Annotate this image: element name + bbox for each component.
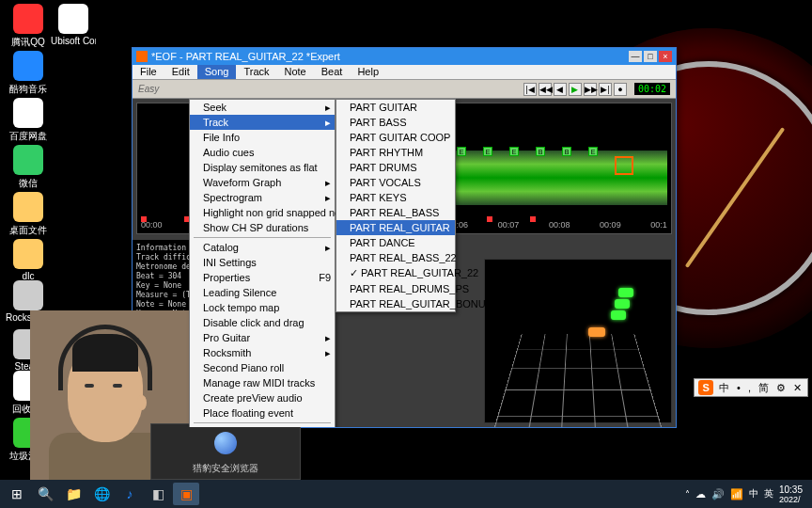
- menu-item[interactable]: File Info: [190, 130, 335, 145]
- selection-box[interactable]: [615, 156, 633, 175]
- menu-item[interactable]: Second Piano roll: [190, 360, 335, 375]
- menu-item[interactable]: INI Settings: [190, 255, 335, 270]
- app-icon: [13, 239, 43, 269]
- app-icon: [13, 51, 43, 81]
- menu-item-track[interactable]: PART KEYS: [336, 190, 455, 205]
- transport-button[interactable]: ◀: [554, 83, 567, 96]
- taskbar-app[interactable]: 📁: [60, 483, 86, 505]
- transport-button[interactable]: ◀◀: [539, 83, 552, 96]
- icon-label: 百度网盘: [6, 130, 51, 143]
- system-tray[interactable]: ˄☁🔊📶中英10:352022/: [685, 484, 808, 504]
- ime-button[interactable]: 中: [717, 381, 731, 395]
- menu-item[interactable]: Audio cues: [190, 145, 335, 160]
- ime-toolbar[interactable]: S 中•,简⚙✕: [694, 378, 808, 397]
- menu-item[interactable]: Pro Guitar▸: [190, 330, 335, 345]
- menu-item-track[interactable]: PART GUITAR COOP: [336, 130, 455, 145]
- menu-track[interactable]: Track: [236, 65, 276, 79]
- marker: B: [562, 147, 571, 156]
- ime-button[interactable]: ⚙: [774, 382, 788, 394]
- menu-item[interactable]: Show CH SP durations: [190, 220, 335, 235]
- clock[interactable]: 10:352022/: [779, 484, 803, 504]
- taskbar-app[interactable]: 🌐: [88, 483, 115, 505]
- song-menu-dropdown[interactable]: Seek▸Track▸File InfoAudio cuesDisplay se…: [189, 99, 336, 427]
- taskbar-app[interactable]: ◧: [145, 483, 171, 505]
- menu-item[interactable]: Seek▸: [190, 100, 335, 115]
- menu-item[interactable]: PropertiesF9: [190, 270, 335, 285]
- desktop-icon[interactable]: 微信: [6, 145, 51, 190]
- browser-label: 猎豹安全浏览器: [151, 462, 300, 475]
- menu-item[interactable]: Place floating event: [190, 405, 335, 421]
- maximize-button[interactable]: □: [644, 51, 657, 62]
- menu-item[interactable]: Rocksmith▸: [190, 345, 335, 360]
- menu-item-track[interactable]: PART DANCE: [336, 235, 455, 250]
- desktop-icon[interactable]: 桌面文件: [6, 192, 51, 237]
- transport-button[interactable]: ▶|: [599, 83, 612, 96]
- menu-beat[interactable]: Beat: [314, 65, 351, 79]
- transport-button[interactable]: |◀: [523, 83, 537, 96]
- menu-item-track[interactable]: ✓ PART REAL_GUITAR_22: [336, 265, 455, 281]
- tray-icon[interactable]: 🔊: [711, 488, 725, 500]
- menu-item-track[interactable]: PART DRUMS: [336, 160, 455, 175]
- guitar-highway[interactable]: [484, 259, 672, 423]
- desktop-icon[interactable]: dlc: [6, 239, 51, 281]
- menu-item-track[interactable]: PART BASS: [336, 115, 455, 130]
- note-green: [618, 288, 633, 297]
- menu-item[interactable]: Leading Silence: [190, 285, 335, 300]
- menu-item[interactable]: Lock tempo map: [190, 300, 335, 315]
- menu-item-track[interactable]: PART REAL_DRUMS_PS: [336, 281, 455, 296]
- close-button[interactable]: ×: [659, 51, 672, 62]
- taskbar-app[interactable]: 🔍: [32, 483, 58, 505]
- tray-lang[interactable]: 中: [749, 487, 758, 500]
- menu-item[interactable]: Waveform Graph▸: [190, 175, 335, 190]
- menu-edit[interactable]: Edit: [164, 65, 197, 79]
- transport-button[interactable]: ▶: [569, 83, 582, 96]
- window-titlebar[interactable]: *EOF - PART REAL_GUITAR_22 *Expert — □ ×: [133, 48, 676, 65]
- menu-item-track[interactable]: PART VOCALS: [336, 175, 455, 190]
- menu-item-track[interactable]: PART GUITAR: [336, 100, 455, 115]
- ime-button[interactable]: 简: [757, 381, 771, 395]
- menu-item[interactable]: Highlight non grid snapped notes: [190, 205, 335, 220]
- tray-overflow-icon[interactable]: ˄: [685, 489, 690, 500]
- desktop-icon[interactable]: 百度网盘: [6, 98, 51, 143]
- transport-button[interactable]: ●: [614, 83, 627, 96]
- transport-button[interactable]: ▶▶: [584, 83, 597, 96]
- menu-item[interactable]: TEst song: [190, 425, 335, 427]
- desktop-icon[interactable]: 酷狗音乐: [6, 51, 51, 96]
- menu-song[interactable]: Song: [197, 65, 237, 79]
- menu-note[interactable]: Note: [277, 65, 314, 79]
- menu-item[interactable]: Track▸: [190, 115, 335, 130]
- menu-item[interactable]: Create preView audio: [190, 390, 335, 405]
- toolbar: Easy |◀◀◀◀▶▶▶▶|● 00:02: [133, 80, 676, 99]
- desktop-icon[interactable]: 腾讯QQ: [6, 4, 51, 49]
- menu-item-track[interactable]: PART RHYTHM: [336, 145, 455, 160]
- menu-item-track[interactable]: PART REAL_GUITAR: [336, 220, 455, 235]
- window-title: *EOF - PART REAL_GUITAR_22 *Expert: [151, 51, 340, 62]
- menu-item[interactable]: Display semitones as flat: [190, 160, 335, 175]
- menu-item-track[interactable]: PART REAL_GUITAR_BONUS: [336, 296, 455, 311]
- track-submenu[interactable]: PART GUITAR PART BASS PART GUITAR COOP P…: [336, 99, 456, 312]
- ime-button[interactable]: •: [735, 382, 742, 393]
- taskbar-app[interactable]: ♪: [117, 483, 143, 505]
- menu-bar[interactable]: FileEditSongTrackNoteBeatHelp: [133, 65, 676, 80]
- taskbar[interactable]: ⊞ 🔍📁🌐♪◧▣ ˄☁🔊📶中英10:352022/: [0, 480, 812, 508]
- taskbar-app[interactable]: ▣: [173, 483, 199, 505]
- tray-icon[interactable]: 📶: [730, 488, 743, 500]
- menu-item[interactable]: Manage raw MIDI tracks: [190, 375, 335, 390]
- menu-item-track[interactable]: PART REAL_BASS_22: [336, 250, 455, 265]
- browser-window[interactable]: 猎豹安全浏览器: [150, 423, 301, 480]
- menu-file[interactable]: File: [133, 65, 164, 79]
- menu-item-track[interactable]: PART REAL_BASS: [336, 205, 455, 220]
- icon-label: 腾讯QQ: [6, 36, 51, 49]
- menu-item[interactable]: Spectrogram▸: [190, 190, 335, 205]
- start-button[interactable]: ⊞: [4, 483, 30, 505]
- desktop-icon[interactable]: Ubisoft Connect: [51, 4, 96, 46]
- note-orange: [588, 327, 605, 337]
- menu-item[interactable]: Disable click and drag: [190, 315, 335, 330]
- menu-item[interactable]: Catalog▸: [190, 240, 335, 255]
- menu-help[interactable]: Help: [350, 65, 386, 79]
- minimize-button[interactable]: —: [629, 51, 642, 62]
- tray-icon[interactable]: ☁: [695, 488, 706, 500]
- ime-button[interactable]: ✕: [791, 382, 804, 394]
- ime-button[interactable]: ,: [746, 382, 753, 393]
- tray-lang[interactable]: 英: [764, 487, 773, 500]
